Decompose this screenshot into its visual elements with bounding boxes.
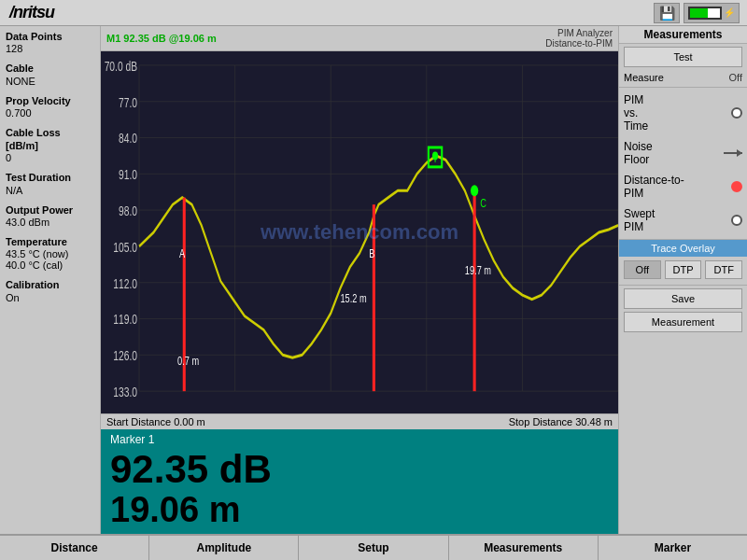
bottom-tabs: Distance Amplitude Setup Measurements Ma… [0,534,747,560]
output-power-value: 43.0 dBm [6,217,94,228]
calibration-label: Calibration [6,278,94,291]
swept-pim-label: Swept PIM [624,207,655,233]
save-section: Save Measurement [619,285,747,335]
test-duration-item: Test Duration N/A [6,171,94,195]
right-panel: Measurements Test Measure Off PIM vs. Ti… [618,26,747,534]
marker-label: M1 92.35 dB @19.06 m [106,33,217,44]
noise-floor-label: Noise Floor [624,140,653,166]
tab-setup[interactable]: Setup [299,536,448,560]
trace-dtf-button[interactable]: DTF [705,260,742,279]
tab-marker[interactable]: Marker [599,536,747,560]
distance-to-pim-label: Distance-to- PIM [624,174,684,200]
svg-text:133.0: 133.0 [113,384,137,399]
svg-text:84.0: 84.0 [119,131,137,147]
right-measurements-title: Measurements [619,26,747,44]
marker-title: Marker 1 [110,433,609,446]
measure-row: Measure Off [619,70,747,85]
tab-measurements[interactable]: Measurements [449,536,599,560]
header: /nritsu 💾 ⚡ [0,0,747,26]
pim-vs-time-label: PIM vs. Time [624,93,648,133]
trace-overlay-section: Trace Overlay Off DTP DTF [619,239,747,283]
test-button[interactable]: Test [624,47,742,67]
svg-text:15.2 m: 15.2 m [340,291,366,304]
cable-value: NONE [6,76,94,87]
pim-vs-time-section: PIM vs. Time Noise Floor [619,87,747,237]
noise-floor-arrow [724,152,742,154]
battery-fill [690,8,708,18]
output-power-item: Output Power 43.0 dBm [6,203,94,228]
svg-text:C: C [480,196,486,209]
data-points-label: Data Points [6,30,94,43]
svg-text:126.0: 126.0 [113,347,137,363]
prop-velocity-value: 0.700 [6,107,94,119]
save-button[interactable]: Save [624,288,742,309]
marker-display: Marker 1 92.35 dB 19.06 m [101,429,618,534]
svg-point-33 [471,185,478,196]
svg-text:105.0: 105.0 [113,239,137,255]
pim-label: PIM Analyzer Distance-to-PIM [545,28,613,49]
svg-text:119.0: 119.0 [113,312,137,328]
distance-bar: Start Distance 0.00 m Stop Distance 30.4… [101,413,618,429]
svg-text:A: A [179,246,185,259]
app: /nritsu 💾 ⚡ Data Points 128 Cable NONE [0,0,747,560]
svg-point-32 [432,151,438,160]
temperature-label: Temperature [6,235,94,248]
logo: /nritsu [0,3,63,22]
tab-amplitude[interactable]: Amplitude [149,536,299,560]
main: Data Points 128 Cable NONE Prop Velocity… [0,26,747,534]
svg-text:91.0: 91.0 [119,166,137,182]
trace-buttons: Off DTP DTF [619,257,747,283]
temperature-item: Temperature 43.5 °C (now) 40.0 °C (cal) [6,235,94,271]
trace-overlay-title: Trace Overlay [619,240,747,257]
svg-text:77.0: 77.0 [119,94,137,110]
center: M1 92.35 dB @19.06 m PIM Analyzer Distan… [101,26,618,534]
svg-text:98.0: 98.0 [119,203,137,218]
measure-label: Measure [624,72,664,83]
distance-to-pim-radio[interactable] [731,181,742,192]
battery-icon: ⚡ [684,3,740,23]
chart[interactable]: www.tehencom.com [101,51,618,413]
cable-label: Cable [6,62,94,75]
cable-loss-label: Cable Loss [dB/m] [6,126,94,153]
cable-loss-value: 0 [6,152,94,163]
header-icons: 💾 ⚡ [654,3,747,23]
tab-distance[interactable]: Distance [0,536,149,560]
trace-off-button[interactable]: Off [624,260,661,279]
prop-velocity-label: Prop Velocity [6,94,94,107]
pim-vs-time-radio[interactable] [731,107,742,119]
test-duration-label: Test Duration [6,171,94,184]
cable-loss-item: Cable Loss [dB/m] 0 [6,126,94,164]
swept-pim-row: Swept PIM [619,203,747,237]
save-icon[interactable]: 💾 [654,3,680,23]
marker-db: 92.35 dB [110,448,609,491]
swept-pim-radio[interactable] [731,215,742,226]
distance-to-pim-row: Distance-to- PIM [619,170,747,203]
start-distance: Start Distance 0.00 m [106,416,205,427]
data-points-item: Data Points 128 [6,30,94,54]
chart-header: M1 92.35 dB @19.06 m PIM Analyzer Distan… [101,26,618,51]
svg-text:70.0 dB: 70.0 dB [105,58,137,74]
stop-distance: Stop Distance 30.48 m [509,416,613,427]
battery-bar [688,7,722,20]
svg-text:112.0: 112.0 [113,275,137,291]
marker-m: 19.06 m [110,491,609,530]
noise-floor-row: Noise Floor [619,136,747,170]
calibration-value: On [6,292,94,303]
svg-text:B: B [369,246,374,259]
left-panel: Data Points 128 Cable NONE Prop Velocity… [0,26,101,534]
prop-velocity-item: Prop Velocity 0.700 [6,94,94,119]
trace-dtp-button[interactable]: DTP [665,260,702,279]
svg-text:19.7 m: 19.7 m [465,263,491,276]
pim-vs-time-row: PIM vs. Time [619,90,747,136]
output-power-label: Output Power [6,203,94,217]
temperature-now: 43.5 °C (now) [6,248,94,259]
data-points-value: 128 [6,43,94,54]
cable-item: Cable NONE [6,62,94,86]
temperature-cal: 40.0 °C (cal) [6,259,94,271]
measure-value: Off [729,72,742,83]
calibration-item: Calibration On [6,278,94,302]
test-duration-value: N/A [6,185,94,196]
svg-text:0.7 m: 0.7 m [177,354,199,367]
measurement-button[interactable]: Measurement [624,312,742,332]
